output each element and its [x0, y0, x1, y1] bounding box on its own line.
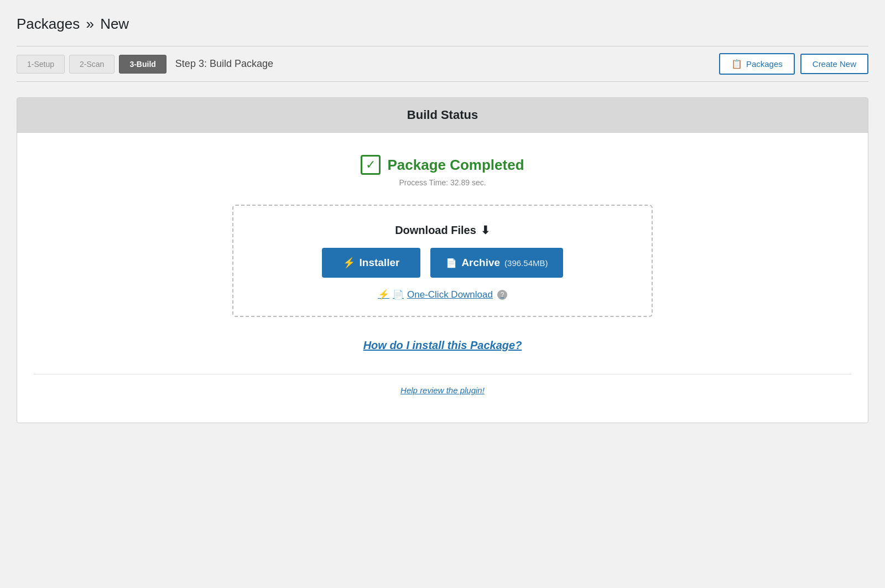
- download-section: Download Files ⬇︎ ⚡ Installer 📄 Archive …: [232, 205, 653, 317]
- step1-button[interactable]: 1-Setup: [17, 55, 65, 74]
- page-title: Packages » New: [17, 15, 868, 33]
- main-card: Build Status ✓ Package Completed Process…: [17, 97, 868, 423]
- download-title: Download Files ⬇︎: [395, 223, 490, 237]
- breadcrumb-new: New: [100, 15, 129, 32]
- packages-button-label: Packages: [746, 59, 783, 69]
- archive-size: (396.54MB): [504, 258, 548, 268]
- step3-button[interactable]: 3-Build: [119, 55, 166, 74]
- installer-button[interactable]: ⚡ Installer: [322, 248, 421, 278]
- archive-button-label: Archive: [461, 257, 500, 269]
- toolbar: 1-Setup 2-Scan 3-Build Step 3: Build Pac…: [17, 46, 868, 82]
- one-click-file-icon: 📄: [393, 289, 404, 300]
- archive-file-icon: 📄: [446, 258, 457, 268]
- card-header: Build Status: [17, 98, 868, 133]
- one-click-label: One-Click Download: [407, 289, 493, 300]
- packages-button[interactable]: 📋 Packages: [719, 53, 795, 75]
- breadcrumb-packages: Packages: [17, 15, 80, 32]
- download-buttons: ⚡ Installer 📄 Archive (396.54MB): [322, 248, 564, 278]
- packages-icon: 📋: [731, 59, 742, 69]
- checkmark-icon: ✓: [361, 155, 381, 175]
- create-new-button[interactable]: Create New: [800, 54, 868, 74]
- completed-text: Package Completed: [387, 157, 524, 174]
- toolbar-left: 1-Setup 2-Scan 3-Build Step 3: Build Pac…: [17, 55, 273, 74]
- toolbar-right: 📋 Packages Create New: [719, 53, 868, 75]
- page-wrapper: Packages » New 1-Setup 2-Scan 3-Build St…: [0, 0, 885, 440]
- bolt-icon: ⚡: [343, 257, 355, 269]
- how-to-install-link[interactable]: How do I install this Package?: [363, 339, 522, 352]
- breadcrumb-sep: »: [86, 15, 93, 32]
- step-description: Step 3: Build Package: [175, 58, 273, 70]
- card-body: ✓ Package Completed Process Time: 32.89 …: [17, 133, 868, 423]
- one-click-help-icon: ?: [497, 290, 507, 300]
- divider: [34, 374, 851, 374]
- step2-button[interactable]: 2-Scan: [69, 55, 114, 74]
- installer-button-label: Installer: [360, 257, 400, 269]
- one-click-download-link[interactable]: ⚡ 📄 One-Click Download ?: [378, 289, 507, 300]
- status-completed: ✓ Package Completed: [361, 155, 524, 175]
- download-title-text: Download Files: [395, 224, 476, 237]
- review-plugin-link[interactable]: Help review the plugin!: [400, 386, 485, 395]
- download-arrow-icon: ⬇︎: [481, 223, 490, 237]
- process-time: Process Time: 32.89 sec.: [399, 178, 486, 187]
- archive-button[interactable]: 📄 Archive (396.54MB): [430, 248, 563, 278]
- one-click-bolt-icon: ⚡: [378, 289, 389, 300]
